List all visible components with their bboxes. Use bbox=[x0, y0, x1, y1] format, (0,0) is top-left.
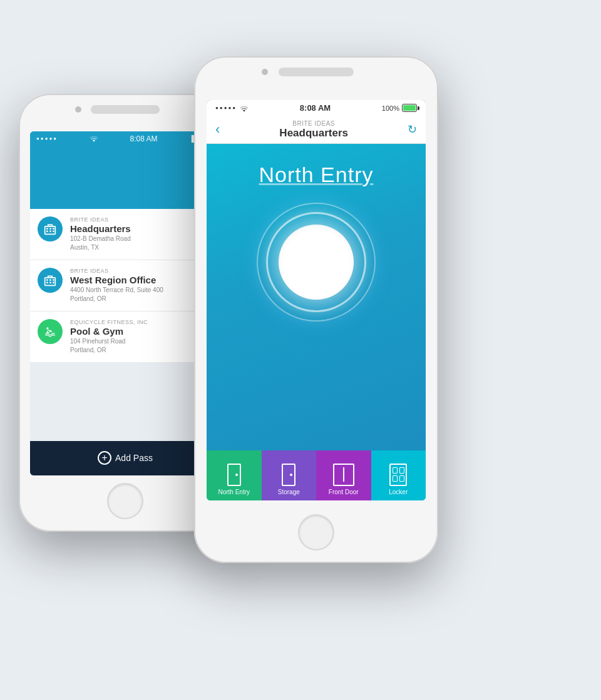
volume-up-button[interactable] bbox=[19, 194, 19, 213]
location-list: BRITE IDEAS Headquarters 102-B Dematha R… bbox=[30, 209, 220, 441]
svg-rect-11 bbox=[46, 282, 48, 283]
nav-org: BRITE IDEAS bbox=[279, 120, 348, 127]
locker-cell bbox=[393, 475, 398, 482]
svg-rect-5 bbox=[49, 230, 51, 232]
door-tabs: North Entry Storage Front Door bbox=[207, 450, 426, 500]
home-button-2[interactable] bbox=[298, 514, 334, 550]
volume-down-button[interactable] bbox=[19, 219, 19, 238]
location-icon-west bbox=[38, 268, 63, 293]
status-time: 8:08 AM bbox=[130, 134, 158, 143]
volume-down-button-2[interactable] bbox=[194, 203, 195, 225]
locker-cell bbox=[393, 467, 398, 474]
refresh-button[interactable]: ↻ bbox=[408, 123, 417, 136]
location-text-pool: EQUICYCLE FITNESS, INC Pool & Gym 104 Pi… bbox=[70, 319, 213, 355]
svg-rect-7 bbox=[45, 277, 56, 285]
nav-title: BRITE IDEAS Headquarters bbox=[279, 120, 348, 139]
nav-bar: ‹ BRITE IDEAS Headquarters ↻ bbox=[207, 116, 426, 144]
svg-rect-10 bbox=[53, 279, 54, 281]
top-accent2 bbox=[30, 184, 220, 209]
nav-location: Headquarters bbox=[279, 127, 348, 139]
tab-storage[interactable]: Storage bbox=[262, 450, 317, 500]
door-title: North Entry bbox=[259, 163, 374, 187]
phone-top-bar bbox=[91, 105, 160, 114]
status-bar-right: ●●●●● 8:08 AM 100% bbox=[207, 100, 426, 116]
door-single-icon bbox=[227, 464, 241, 486]
door-unlock-button[interactable] bbox=[254, 200, 379, 325]
locker-cell bbox=[399, 475, 404, 482]
front-door-icon bbox=[333, 464, 354, 486]
tab-label-front-door: Front Door bbox=[329, 489, 359, 495]
phone-right: ●●●●● 8:08 AM 100% bbox=[194, 56, 438, 563]
status-bar-left: ●●●●● 8:08 AM ▐▌100% bbox=[30, 131, 220, 146]
svg-rect-6 bbox=[53, 230, 54, 232]
storage-door-icon bbox=[282, 464, 295, 486]
battery-label: 100% bbox=[382, 104, 399, 112]
back-button[interactable]: ‹ bbox=[215, 121, 220, 138]
volume-up-button-2[interactable] bbox=[194, 175, 195, 197]
phone-left-screen: ●●●●● 8:08 AM ▐▌100% bbox=[30, 131, 220, 475]
scene: ●●●●● 8:08 AM ▐▌100% bbox=[19, 44, 582, 657]
location-addr-hq: 102-B Dematha Road Austin, TX bbox=[70, 235, 213, 252]
location-icon-pool bbox=[38, 319, 63, 344]
svg-rect-9 bbox=[49, 279, 51, 281]
svg-rect-0 bbox=[45, 226, 56, 234]
ring-inner bbox=[279, 225, 354, 300]
location-icon-hq bbox=[38, 216, 63, 241]
status-time-2: 8:08 AM bbox=[300, 103, 331, 113]
battery-fill bbox=[403, 105, 416, 111]
wifi-icon bbox=[90, 134, 98, 143]
tab-label-storage: Storage bbox=[278, 489, 300, 495]
phone-right-screen: ●●●●● 8:08 AM 100% bbox=[207, 100, 426, 500]
front-camera bbox=[75, 106, 81, 113]
add-pass-bar[interactable]: + Add Pass bbox=[30, 441, 220, 475]
location-addr-pool: 104 Pinehurst Road Portland, OR bbox=[70, 337, 213, 355]
battery-icon-2 bbox=[402, 104, 417, 112]
list-item[interactable]: EQUICYCLE FITNESS, INC Pool & Gym 104 Pi… bbox=[30, 312, 220, 363]
location-text-west: BRITE IDEAS West Region Office 4400 Nort… bbox=[70, 268, 213, 303]
svg-rect-3 bbox=[53, 228, 54, 230]
list-item[interactable]: BRITE IDEAS West Region Office 4400 Nort… bbox=[30, 260, 220, 312]
svg-rect-1 bbox=[46, 228, 48, 230]
tab-label-north-entry: North Entry bbox=[218, 489, 250, 495]
location-addr-west: 4400 North Terrace Rd, Suite 400 Portlan… bbox=[70, 286, 213, 303]
svg-rect-8 bbox=[46, 279, 48, 281]
svg-rect-12 bbox=[49, 282, 51, 283]
phone-top-bar-2 bbox=[279, 68, 354, 76]
location-name-hq: Headquarters bbox=[70, 223, 213, 234]
location-name-pool: Pool & Gym bbox=[70, 326, 213, 337]
wifi-icon-2 bbox=[240, 104, 249, 111]
locker-icon bbox=[389, 464, 407, 486]
tab-front-door[interactable]: Front Door bbox=[316, 450, 371, 500]
location-name-west: West Region Office bbox=[70, 275, 213, 285]
tab-locker[interactable]: Locker bbox=[371, 450, 426, 500]
svg-rect-2 bbox=[49, 228, 51, 230]
org-name-hq: BRITE IDEAS bbox=[70, 216, 213, 223]
front-camera-2 bbox=[262, 69, 268, 75]
top-accent bbox=[30, 146, 220, 184]
signal-dots-2: ●●●●● bbox=[215, 105, 237, 111]
svg-point-14 bbox=[46, 327, 48, 329]
add-pass-label: Add Pass bbox=[115, 453, 153, 463]
home-button[interactable] bbox=[107, 483, 143, 519]
svg-rect-13 bbox=[53, 282, 54, 283]
add-pass-circle-icon: + bbox=[98, 451, 111, 465]
tab-north-entry[interactable]: North Entry bbox=[207, 450, 262, 500]
signal-dots: ●●●●● bbox=[36, 136, 58, 141]
org-name-west: BRITE IDEAS bbox=[70, 268, 213, 274]
locker-cell bbox=[399, 467, 404, 474]
door-main-area[interactable]: North Entry bbox=[207, 144, 426, 450]
tab-label-locker: Locker bbox=[389, 489, 408, 495]
svg-rect-4 bbox=[46, 230, 48, 232]
power-button-2[interactable] bbox=[438, 181, 438, 219]
list-item[interactable]: BRITE IDEAS Headquarters 102-B Dematha R… bbox=[30, 209, 220, 260]
location-text-hq: BRITE IDEAS Headquarters 102-B Dematha R… bbox=[70, 216, 213, 252]
battery-indicator: 100% bbox=[382, 104, 417, 112]
org-name-pool: EQUICYCLE FITNESS, INC bbox=[70, 319, 213, 325]
